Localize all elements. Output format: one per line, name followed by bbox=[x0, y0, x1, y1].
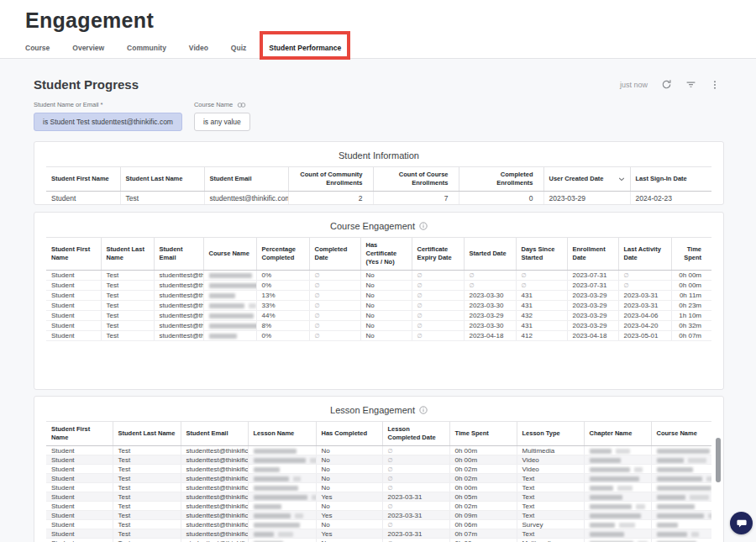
tab-overview[interactable]: Overview bbox=[72, 44, 104, 52]
tab-video[interactable]: Video bbox=[189, 44, 208, 52]
column-header-count-of-course-enrollments[interactable]: Count of Course Enrollments bbox=[373, 167, 459, 192]
redacted-text bbox=[590, 476, 639, 481]
table-cell bbox=[248, 529, 316, 539]
table-cell: studenttest@thinkific.c.. bbox=[181, 474, 248, 483]
null-value: ∅ bbox=[315, 303, 320, 308]
table-cell: 0h 06m bbox=[449, 520, 517, 529]
table-cell: Survey bbox=[517, 520, 584, 529]
table-cell bbox=[651, 465, 711, 474]
table-row: StudentTeststudenttest@thin...0%∅No∅∅∅20… bbox=[46, 271, 711, 281]
table-cell: 412 bbox=[516, 331, 567, 341]
table-cell: ∅ bbox=[309, 321, 360, 331]
table-cell: Multimedia bbox=[517, 446, 584, 455]
table-cell bbox=[584, 502, 651, 511]
column-header-student-first-name[interactable]: Student First Name bbox=[46, 238, 101, 271]
column-header-has-certificate-yes-no-[interactable]: Has Certificate (Yes / No) bbox=[360, 238, 412, 271]
column-header-last-activity-date[interactable]: Last Activity Date bbox=[618, 238, 671, 271]
column-header-course-name[interactable]: Course Name bbox=[203, 238, 256, 271]
tab-quiz[interactable]: Quiz bbox=[231, 44, 246, 52]
table-cell: No bbox=[360, 271, 412, 281]
redacted-text bbox=[254, 486, 298, 491]
table-cell: ∅ bbox=[516, 271, 567, 281]
redacted-text bbox=[209, 334, 237, 339]
column-header-student-first-name[interactable]: Student First Name bbox=[46, 422, 113, 446]
null-value: ∅ bbox=[315, 313, 320, 318]
column-header-student-email[interactable]: Student Email bbox=[204, 167, 288, 192]
column-header-label: Student Email bbox=[160, 245, 183, 261]
column-header-days-since-started[interactable]: Days Since Started bbox=[516, 238, 567, 271]
tab-course[interactable]: Course bbox=[25, 44, 50, 52]
filter-chip-course[interactable]: is any value bbox=[194, 113, 250, 131]
table-scrollbar-thumb[interactable] bbox=[716, 438, 721, 482]
column-header-percentage-completed[interactable]: Percentage Completed bbox=[256, 238, 309, 271]
table-cell bbox=[651, 474, 711, 483]
tab-community[interactable]: Community bbox=[127, 44, 166, 52]
null-value: ∅ bbox=[417, 292, 423, 298]
table-cell: 431 bbox=[516, 291, 567, 301]
column-header-time-spent[interactable]: Time Spent bbox=[449, 422, 517, 446]
table-cell: Test bbox=[113, 492, 181, 502]
refresh-icon[interactable] bbox=[660, 79, 672, 91]
column-header-label: Chapter Name bbox=[590, 429, 633, 437]
column-header-user-created-date[interactable]: User Created Date bbox=[543, 167, 630, 192]
info-icon[interactable] bbox=[419, 406, 428, 414]
column-header-label: Count of Course Enrollments bbox=[399, 171, 449, 187]
table-cell: 2023-04-06 bbox=[618, 311, 671, 321]
column-header-student-last-name[interactable]: Student Last Name bbox=[113, 422, 181, 446]
sort-chevron-icon bbox=[618, 176, 625, 184]
chat-button[interactable] bbox=[730, 512, 753, 534]
table-cell: 0h 00m bbox=[449, 539, 517, 542]
table-cell: 2023-03-31 bbox=[382, 529, 449, 539]
column-header-count-of-community-enrollments[interactable]: Count of Community Enrollments bbox=[288, 167, 373, 192]
kebab-menu-icon[interactable] bbox=[709, 79, 721, 91]
column-header-certificate-expiry-date[interactable]: Certificate Expiry Date bbox=[412, 238, 464, 271]
column-header-student-last-name[interactable]: Student Last Name bbox=[120, 167, 204, 192]
column-header-label: Lesson Name bbox=[254, 429, 295, 437]
table-cell: Student bbox=[46, 529, 113, 539]
column-header-chapter-name[interactable]: Chapter Name bbox=[584, 422, 651, 446]
column-header-completed-enrollments[interactable]: Completed Enrollments bbox=[459, 167, 543, 192]
table-cell: ∅ bbox=[309, 291, 360, 301]
table-cell bbox=[203, 311, 256, 321]
column-header-student-first-name[interactable]: Student First Name bbox=[46, 167, 120, 192]
table-cell: Test bbox=[101, 331, 154, 341]
column-header-student-email[interactable]: Student Email bbox=[181, 422, 248, 446]
filter-icon[interactable] bbox=[685, 79, 696, 91]
column-header-lesson-name[interactable]: Lesson Name bbox=[248, 422, 316, 446]
lesson-engagement-card: Lesson Engagement Student First NameStud… bbox=[34, 396, 724, 542]
info-icon[interactable] bbox=[419, 222, 428, 230]
column-header-lesson-type[interactable]: Lesson Type bbox=[517, 422, 584, 446]
null-value: ∅ bbox=[315, 282, 320, 288]
column-header-student-last-name[interactable]: Student Last Name bbox=[101, 238, 154, 271]
redacted-text bbox=[590, 523, 615, 528]
redacted-text bbox=[708, 513, 712, 518]
column-header-student-email[interactable]: Student Email bbox=[154, 238, 203, 271]
table-cell: studenttest@thin... bbox=[154, 301, 203, 311]
table-cell: 0h 07m bbox=[671, 331, 711, 341]
table-cell: Yes bbox=[316, 511, 382, 520]
table-cell: No bbox=[360, 301, 412, 311]
card-title: Course Engagement bbox=[46, 218, 711, 237]
filter-chip-student[interactable]: is Student Test studenttest@thinkific.co… bbox=[34, 113, 182, 131]
column-header-label: User Created Date bbox=[549, 175, 604, 182]
table-cell bbox=[248, 483, 316, 492]
column-header-lesson-completed-date[interactable]: Lesson Completed Date bbox=[382, 422, 449, 446]
redacted-text bbox=[590, 495, 622, 500]
table-cell: Test bbox=[113, 529, 181, 539]
column-header-enrollment-date[interactable]: Enrollment Date bbox=[567, 238, 618, 271]
table-cell: Text bbox=[517, 492, 584, 502]
column-header-has-completed[interactable]: Has Completed bbox=[316, 422, 382, 446]
column-header-last-sign-in-date[interactable]: Last Sign-In Date bbox=[630, 167, 711, 192]
table-cell: 0% bbox=[256, 271, 309, 281]
table-cell: Test bbox=[101, 281, 154, 291]
column-header-started-date[interactable]: Started Date bbox=[464, 238, 516, 271]
table-cell: ∅ bbox=[382, 455, 449, 465]
table-row: StudentTeststudenttest@thinkific.c..No∅0… bbox=[46, 446, 711, 455]
column-header-time-spent[interactable]: Time Spent bbox=[671, 238, 711, 271]
column-header-course-name[interactable]: Course Name bbox=[651, 422, 711, 446]
table-cell: studenttest@thinkific.c.. bbox=[181, 511, 248, 520]
column-header-completed-date[interactable]: Completed Date bbox=[309, 238, 360, 271]
redacted-text bbox=[691, 532, 699, 537]
tab-student-performance[interactable]: Student Performance bbox=[269, 44, 341, 52]
table-cell: No bbox=[360, 281, 412, 291]
